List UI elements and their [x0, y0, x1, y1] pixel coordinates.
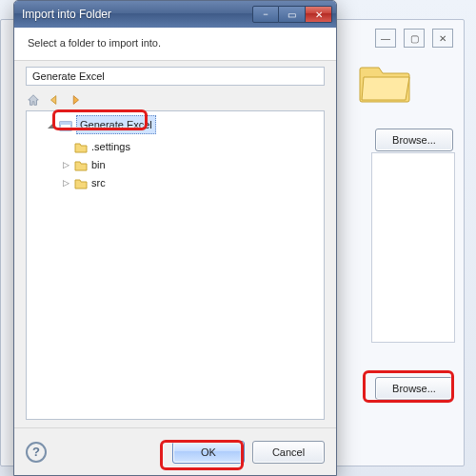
dialog-footer: ? OK Cancel — [14, 427, 336, 475]
expand-toggle[interactable]: ▷ — [61, 156, 70, 173]
window-buttons: － ▭ ✕ — [252, 6, 332, 23]
close-icon: ✕ — [315, 10, 323, 20]
close-glyph: ✕ — [439, 33, 446, 44]
parent-browse-2-wrap: Browse... — [375, 377, 453, 400]
ok-label: OK — [201, 446, 216, 458]
home-icon[interactable] — [26, 92, 41, 108]
minimize-glyph: — — [381, 33, 390, 44]
minimize-icon: － — [261, 8, 270, 21]
browse-2-label: Browse... — [392, 383, 436, 394]
dialog-banner: Select a folder to import into. — [14, 28, 336, 61]
folder-icon — [74, 177, 88, 188]
cancel-label: Cancel — [272, 446, 305, 458]
folder-tree[interactable]: ◢ Generate Excel .settings — [26, 110, 325, 420]
svg-rect-1 — [60, 122, 71, 125]
browse-1-label: Browse... — [392, 134, 436, 146]
titlebar[interactable]: Import into Folder － ▭ ✕ — [14, 1, 336, 28]
maximize-glyph: ▢ — [410, 33, 419, 44]
close-button[interactable]: ✕ — [306, 6, 332, 23]
maximize-icon: ▭ — [288, 10, 296, 20]
parent-browse-1-wrap: Browse... — [375, 129, 453, 151]
browse-button-1[interactable]: Browse... — [375, 129, 453, 151]
back-icon[interactable] — [47, 92, 62, 108]
parent-minimize-button[interactable]: — — [375, 29, 396, 48]
tree-item-label: .settings — [91, 138, 130, 155]
help-icon[interactable]: ? — [26, 442, 47, 463]
dialog-title: Import into Folder — [22, 8, 252, 21]
expand-toggle[interactable]: ▷ — [61, 174, 70, 191]
parent-maximize-button[interactable]: ▢ — [404, 29, 425, 48]
minimize-button[interactable]: － — [252, 6, 279, 23]
tree-item-src[interactable]: ▷ src — [59, 173, 322, 191]
maximize-button[interactable]: ▭ — [279, 6, 306, 23]
forward-icon[interactable] — [68, 92, 83, 108]
tree-item-bin[interactable]: ▷ bin — [59, 155, 322, 173]
tree-root-label: Generate Excel — [76, 115, 156, 134]
parent-close-button[interactable]: ✕ — [432, 29, 453, 48]
tree-toolbar — [26, 89, 325, 110]
tree-item-settings[interactable]: .settings — [59, 134, 322, 155]
expand-toggle[interactable]: ◢ — [46, 116, 55, 133]
import-dialog: Import into Folder － ▭ ✕ Select a folder… — [13, 0, 337, 476]
tree-item-label: bin — [91, 156, 106, 173]
folder-path-input[interactable] — [26, 67, 325, 86]
browse-button-2[interactable]: Browse... — [375, 377, 453, 400]
folder-icon — [74, 141, 88, 152]
ok-button[interactable]: OK — [172, 441, 245, 464]
folder-large-icon — [358, 62, 411, 104]
folder-icon — [74, 159, 88, 170]
tree-root-item[interactable]: ◢ Generate Excel .settings — [44, 115, 322, 191]
parent-window-controls: — ▢ ✕ — [375, 29, 453, 48]
parent-list-pane — [371, 152, 455, 343]
project-icon — [59, 119, 72, 130]
cancel-button[interactable]: Cancel — [252, 441, 325, 464]
banner-text: Select a folder to import into. — [28, 37, 161, 49]
tree-item-label: src — [91, 174, 106, 191]
